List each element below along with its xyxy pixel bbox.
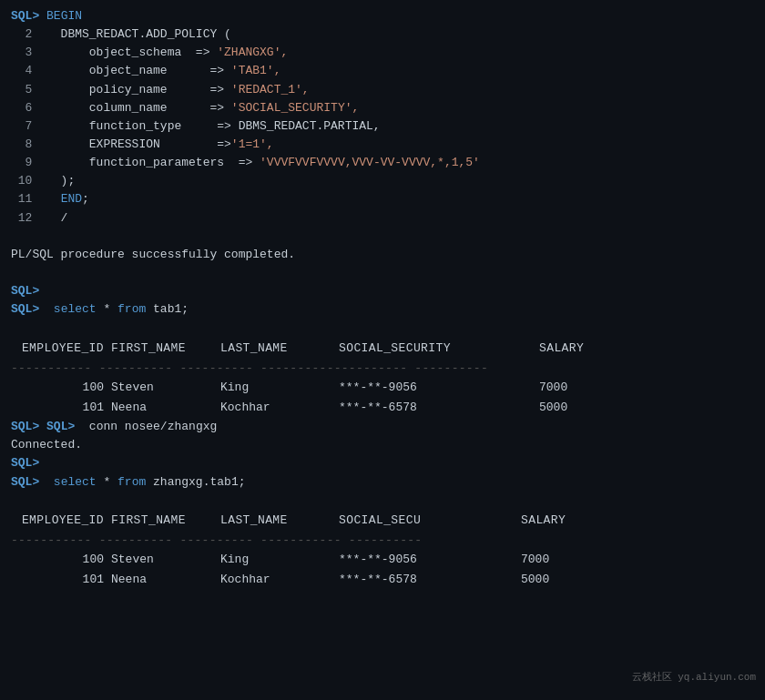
table2-col-empid: EMPLOYEE_ID <box>11 512 111 530</box>
blank-line-2 <box>11 264 754 282</box>
sql-prompt: SQL> <box>11 7 39 25</box>
table1-header: EMPLOYEE_ID FIRST_NAME LAST_NAME SOCIAL_… <box>11 338 754 360</box>
table1-col-empid: EMPLOYEE_ID <box>11 340 111 358</box>
plsql-success: PL/SQL procedure successfully completed. <box>11 246 754 264</box>
table2-divider: ----------- ---------- ---------- ------… <box>11 532 754 550</box>
table2-col-fname: FIRST_NAME <box>111 512 220 530</box>
table2-col-lname: LAST_NAME <box>220 512 339 530</box>
select-line-2: SQL> select * from zhangxg.tab1; <box>11 473 754 492</box>
table-row: 100 Steven King ***-**-9056 7000 <box>11 378 754 398</box>
code-line-6: 6 column_name => 'SOCIAL_SECURITY', <box>11 99 754 117</box>
table1-col-ssn: SOCIAL_SECURITY <box>339 340 539 358</box>
table2-col-salary: SALARY <box>521 512 594 530</box>
prompt-line-1: SQL> <box>11 282 754 300</box>
code-line-12: 12 / <box>11 209 754 228</box>
code-line-9: 9 function_parameters => 'VVVFVVFVVVV,VV… <box>11 154 754 172</box>
blank-line-3 <box>11 319 754 337</box>
table1-col-lname: LAST_NAME <box>220 340 339 358</box>
code-line-7: 7 function_type => DBMS_REDACT.PARTIAL, <box>11 117 754 136</box>
begin-keyword: BEGIN <box>46 7 82 25</box>
code-line-5: 5 policy_name => 'REDACT_1', <box>11 81 754 99</box>
terminal: SQL> BEGIN 2 DBMS_REDACT.ADD_POLICY ( 3 … <box>0 0 765 700</box>
connected-line: Connected. <box>11 436 754 454</box>
code-line-2: 2 DBMS_REDACT.ADD_POLICY ( <box>11 25 754 44</box>
code-line-3: 3 object_schema => 'ZHANGXG', <box>11 44 754 62</box>
watermark: 云栈社区 yq.aliyun.com <box>632 670 756 684</box>
code-line-11: 11 END ; <box>11 190 754 208</box>
table-row: 101 Neena Kochhar ***-**-6578 5000 <box>11 398 754 418</box>
select-line-1: SQL> select * from tab1; <box>11 300 754 319</box>
prompt-line-2: SQL> <box>11 454 754 472</box>
table1-col-fname: FIRST_NAME <box>111 340 220 358</box>
code-line-1: SQL> BEGIN <box>11 7 754 25</box>
code-line-4: 4 object_name => 'TAB1', <box>11 62 754 80</box>
table1-col-salary: SALARY <box>539 340 612 358</box>
table-row: 100 Steven King ***-**-9056 7000 <box>11 550 754 570</box>
table-row: 101 Neena Kochhar ***-**-6578 5000 <box>11 570 754 590</box>
code-line-8: 8 EXPRESSION => '1=1', <box>11 136 754 154</box>
table2-col-ssn: SOCIAL_SECU <box>339 512 521 530</box>
conn-line: SQL> SQL> conn nosee/zhangxg <box>11 418 754 436</box>
blank-line-1 <box>11 228 754 246</box>
code-line-10: 10 ); <box>11 172 754 190</box>
table1-divider: ----------- ---------- ---------- ------… <box>11 360 754 378</box>
blank-line-4 <box>11 492 754 510</box>
table2-header: EMPLOYEE_ID FIRST_NAME LAST_NAME SOCIAL_… <box>11 510 754 532</box>
